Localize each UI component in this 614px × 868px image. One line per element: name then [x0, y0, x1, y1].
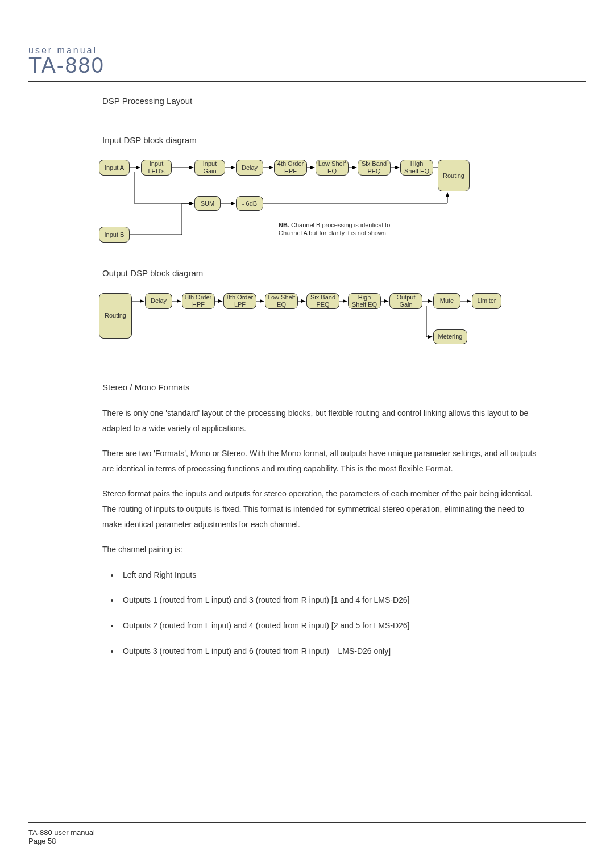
block-out-peq: Six Band PEQ: [306, 293, 339, 309]
block-out-routing: Routing: [99, 293, 132, 339]
page: user manual TA-880 DSP Processing Layout…: [0, 0, 614, 868]
header-rule: [28, 81, 586, 82]
section-output-diagram: Output DSP block diagram: [102, 265, 546, 282]
block-out-lpf: 8th Order LPF: [223, 293, 256, 309]
block-delay: Delay: [236, 160, 263, 176]
input-dsp-diagram: Input A Input LED's Input Gain Delay 4th…: [97, 155, 546, 252]
block-hpf: 4th Order HPF: [274, 160, 307, 176]
list-item: Outputs 3 (routed from L input) and 6 (r…: [119, 644, 546, 659]
block-peq: Six Band PEQ: [358, 160, 391, 176]
block-input-leds: Input LED's: [141, 160, 172, 176]
footer: TA-880 user manual Page 58: [28, 805, 586, 845]
block-input-b: Input B: [99, 227, 130, 243]
list-item: Outputs 2 (routed from L input) and 4 (r…: [119, 618, 546, 633]
block-low-shelf: Low Shelf EQ: [316, 160, 349, 176]
block-high-shelf: High Shelf EQ: [400, 160, 433, 176]
header-title: TA-880: [28, 53, 586, 78]
note-nb: NB.: [279, 222, 289, 228]
note-text: Channel B processing is identical to Cha…: [279, 222, 390, 236]
block-out-hpf: 8th Order HPF: [182, 293, 215, 309]
block-minus6db: - 6dB: [236, 196, 263, 211]
paragraph-1: There is only one 'standard' layout of t…: [102, 406, 546, 436]
block-input-gain: Input Gain: [194, 160, 225, 176]
block-input-a: Input A: [99, 160, 130, 176]
block-out-mute: Mute: [433, 293, 460, 309]
block-sum: SUM: [194, 196, 221, 211]
block-out-metering: Metering: [433, 329, 467, 344]
section-dsp-layout: DSP Processing Layout: [102, 93, 546, 110]
output-dsp-diagram: Routing Delay 8th Order HPF 8th Order LP…: [97, 289, 546, 362]
block-out-gain: Output Gain: [389, 293, 422, 309]
block-routing: Routing: [438, 160, 470, 191]
block-out-delay: Delay: [145, 293, 172, 309]
block-out-limiter: Limiter: [472, 293, 501, 309]
paragraph-2: There are two 'Formats', Mono or Stereo.…: [102, 446, 546, 476]
content-column: DSP Processing Layout Input DSP block di…: [102, 93, 546, 658]
diagram-note: NB. Channel B processing is identical to…: [279, 221, 398, 237]
paragraph-4: The channel pairing is:: [102, 542, 546, 557]
list-item: Outputs 1 (routed from L input) and 3 (r…: [119, 592, 546, 608]
section-formats: Stereo / Mono Formats: [102, 379, 546, 396]
footer-line2: Page 58: [28, 837, 586, 845]
list-item: Left and Right Inputs: [119, 567, 546, 583]
footer-line1: TA-880 user manual: [28, 828, 586, 837]
pairing-list: Left and Right Inputs Outputs 1 (routed …: [119, 567, 546, 658]
section-input-diagram: Input DSP block diagram: [102, 132, 546, 149]
block-out-low-shelf: Low Shelf EQ: [265, 293, 298, 309]
block-out-high-shelf: High Shelf EQ: [348, 293, 381, 309]
footer-rule: [28, 822, 586, 823]
paragraph-3: Stereo format pairs the inputs and outpu…: [102, 486, 546, 532]
